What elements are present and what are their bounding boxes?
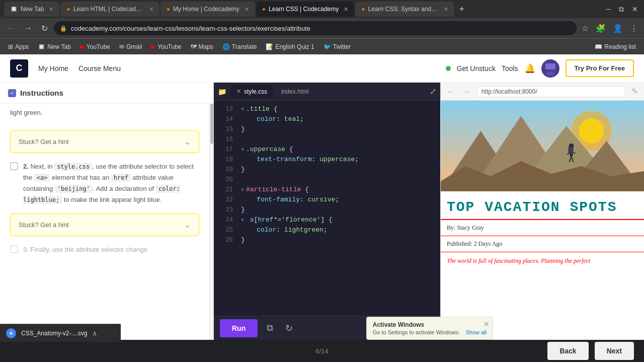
- code-area[interactable]: 13 ▼.title { 14 color: teal; 15 } 16 17: [214, 101, 440, 316]
- bookmark-youtube2[interactable]: ▶ YouTube: [147, 41, 185, 52]
- tab-close-icon[interactable]: ✕: [236, 88, 241, 95]
- copy-button[interactable]: ⧉: [264, 320, 276, 336]
- nav-my-home[interactable]: My Home: [38, 64, 68, 73]
- tab-my-home[interactable]: ● My Home | Codecademy ✕: [160, 2, 255, 17]
- tools-link[interactable]: Tools: [502, 64, 518, 73]
- tab-label: style.css: [244, 88, 267, 95]
- notification-title: Activate Windows: [373, 321, 487, 328]
- tab-close-icon[interactable]: ✕: [149, 6, 153, 13]
- bookmark-label: Twitter: [333, 43, 351, 50]
- bookmark-label: English Quiz 1: [275, 43, 314, 50]
- line-number: 24: [218, 216, 233, 224]
- bookmark-twitter[interactable]: 🐦 Twitter: [319, 41, 355, 52]
- code-line-20: 20: [214, 175, 440, 185]
- step-2-checkbox[interactable]: [10, 162, 18, 170]
- reload-button[interactable]: ↻: [38, 22, 51, 35]
- code-line-24: 24 ▼ a[href*='florence'] {: [214, 215, 440, 226]
- hint-box-1[interactable]: Stuck? Get a hint ⌄: [10, 130, 199, 153]
- reset-button[interactable]: ↻: [282, 320, 296, 337]
- step-2-num: 2.: [23, 163, 29, 170]
- step-2: 2. Next, in style.css, use the attribute…: [10, 161, 199, 205]
- show-all-link[interactable]: Show all: [465, 329, 487, 335]
- hint-box-2[interactable]: Stuck? Get a hint ⌄: [10, 213, 199, 236]
- user-avatar[interactable]: [541, 59, 559, 78]
- new-tab-button[interactable]: +: [455, 4, 469, 15]
- code-line-16: 16: [214, 135, 440, 145]
- preview-author: By: Stacy Gray: [441, 220, 644, 236]
- step-2-body: 2. Next, in style.css, use the attribute…: [23, 163, 194, 203]
- tab-favicon: ●: [361, 6, 365, 13]
- preview-pencil-button[interactable]: ✎: [629, 85, 640, 98]
- preview-back-button[interactable]: ←: [445, 85, 457, 98]
- tab-learn-html[interactable]: ● Learn HTML | Codecademy ✕: [60, 2, 159, 17]
- preview-forward-button[interactable]: →: [461, 85, 473, 98]
- line-content: }: [241, 125, 436, 133]
- address-bar-row: ← → ↻ 🔒 codecademy.com/courses/learn-css…: [0, 18, 644, 38]
- preview-url-input[interactable]: [477, 86, 625, 97]
- bookmark-gmail[interactable]: ✉ Gmail: [115, 41, 146, 52]
- instructions-scrollbar[interactable]: [209, 104, 213, 340]
- back-button[interactable]: Back: [547, 342, 588, 360]
- editor-panel: 📁 ✕ style.css index.html ⤢ 13 ▼.title { …: [214, 83, 440, 340]
- editor-tab-index-html[interactable]: index.html: [275, 85, 315, 98]
- address-bar[interactable]: 🔒 codecademy.com/courses/learn-css/lesso…: [54, 21, 577, 35]
- nav-course-menu[interactable]: Course Menu: [78, 64, 121, 73]
- line-content: ▼.uppercase {: [241, 146, 436, 153]
- tab-close-icon[interactable]: ✕: [49, 6, 53, 13]
- translate-icon: 🌐: [222, 43, 230, 50]
- forward-nav-button[interactable]: →: [21, 22, 35, 35]
- next-button[interactable]: Next: [595, 342, 634, 360]
- twitter-icon: 🐦: [324, 43, 331, 50]
- tab-close-icon[interactable]: ✕: [444, 6, 448, 13]
- instructions-checkbox[interactable]: ✓: [8, 89, 16, 97]
- tab-new-tab[interactable]: 🔲 New Tab ✕: [4, 2, 59, 17]
- notification-close-button[interactable]: ✕: [484, 320, 490, 328]
- tab-close-icon[interactable]: ✕: [245, 6, 249, 13]
- try-pro-button[interactable]: Try Pro For Free: [566, 59, 634, 77]
- get-unstuck-link[interactable]: Get Unstuck: [457, 64, 496, 73]
- line-number: 19: [218, 166, 233, 173]
- tab-label: index.html: [281, 88, 309, 95]
- bookmark-newtab[interactable]: 🔲 New Tab: [34, 41, 74, 52]
- bookmark-translate[interactable]: 🌐 Translate: [218, 41, 261, 52]
- minimize-icon[interactable]: ─: [604, 5, 613, 14]
- profile-icon[interactable]: 👤: [611, 22, 625, 35]
- notifications-icon[interactable]: 🔔: [524, 63, 535, 74]
- notification-area: Activate Windows Go to Settings to activ…: [366, 317, 493, 340]
- bookmark-maps[interactable]: 🗺 Maps: [187, 41, 217, 52]
- star-icon[interactable]: ☆: [580, 22, 591, 35]
- folder-icon[interactable]: 📁: [218, 88, 226, 96]
- tab-learn-css-syntax[interactable]: ● Learn CSS: Syntax and Select... ✕: [355, 2, 454, 17]
- expand-icon[interactable]: ⤢: [430, 87, 436, 96]
- tab-title: Learn CSS: Syntax and Select...: [368, 6, 439, 13]
- restore-icon[interactable]: ⧉: [617, 5, 626, 14]
- tab-learn-css[interactable]: ● Learn CSS | Codecademy ✕: [256, 2, 354, 17]
- line-number: 26: [218, 236, 233, 244]
- editor-tab-style-css[interactable]: ✕ style.css: [230, 85, 273, 98]
- run-button[interactable]: Run: [220, 319, 258, 337]
- reading-list[interactable]: 📖 Reading list: [591, 41, 640, 52]
- scroll-thumb: [210, 104, 213, 144]
- cc-header-right: Get Unstuck Tools 🔔 Try Pro For Free: [446, 59, 634, 78]
- bottom-bar: 6/14 Back Next Activate Windows Go to Se…: [0, 340, 644, 362]
- download-chevron-icon[interactable]: ∧: [92, 329, 97, 337]
- bookmark-apps[interactable]: ⊞ Apps: [4, 41, 33, 52]
- line-number: 15: [218, 125, 233, 133]
- back-nav-button[interactable]: ←: [4, 22, 18, 35]
- close-icon[interactable]: ✕: [630, 5, 640, 14]
- line-number: 21: [218, 186, 233, 193]
- preview-body: The world is full of fascinating places.…: [441, 252, 644, 270]
- bookmark-youtube1[interactable]: ▶ YouTube: [76, 41, 114, 52]
- tab-close-icon[interactable]: ✕: [344, 6, 348, 13]
- download-filename: CSS_Anatomy-v2-....svg: [21, 330, 87, 337]
- notification-body: Go to Settings to activate Windows. Show…: [373, 329, 487, 335]
- settings-icon[interactable]: ⋮: [628, 22, 640, 35]
- extensions-icon[interactable]: 🧩: [594, 22, 608, 35]
- preview-title: TOP VACATION SPOTS: [441, 191, 644, 220]
- cc-logo[interactable]: C: [10, 59, 28, 78]
- instructions-title: Instructions: [20, 89, 63, 97]
- step-3-checkbox[interactable]: [10, 245, 18, 253]
- bookmark-english-quiz[interactable]: 📝 English Quiz 1: [262, 41, 318, 52]
- instructions-content: light green. Stuck? Get a hint ⌄ 2. Next…: [0, 104, 209, 340]
- intro-text: light green.: [10, 104, 199, 126]
